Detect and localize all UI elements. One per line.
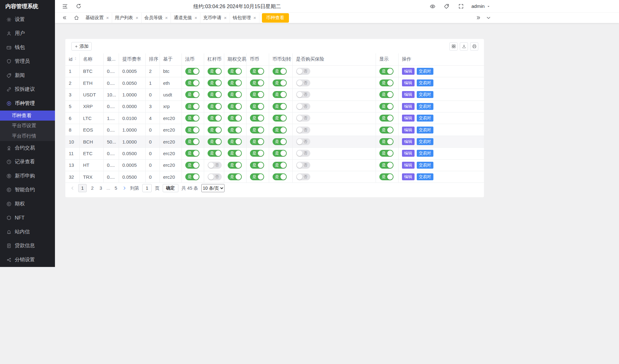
- pair-button[interactable]: 交易对: [417, 173, 433, 180]
- edit-button[interactable]: 编辑: [402, 150, 415, 157]
- sidebar-item-users[interactable]: 用户: [0, 27, 55, 41]
- toggle-transfer[interactable]: 是: [273, 115, 287, 122]
- edit-button[interactable]: 编辑: [402, 173, 415, 180]
- toggle-fiat[interactable]: 是: [185, 150, 199, 157]
- toggle-transfer[interactable]: 是: [273, 91, 287, 98]
- sidebar-item-loan-info[interactable]: 贷款信息: [0, 239, 55, 253]
- toggle-insurance[interactable]: 否: [296, 162, 310, 169]
- sidebar-subitem-platform-coin-settings[interactable]: 平台币设置: [0, 121, 55, 131]
- sidebar-item-settings[interactable]: 设置: [0, 13, 55, 27]
- edit-button[interactable]: 编辑: [402, 115, 415, 122]
- toggle-lever[interactable]: 是: [208, 79, 222, 86]
- toggle-option[interactable]: 是: [228, 115, 242, 122]
- sidebar-item-coin-manage[interactable]: 币种管理: [0, 96, 55, 111]
- toggle-coin[interactable]: 是: [250, 68, 264, 75]
- edit-button[interactable]: 编辑: [402, 138, 415, 145]
- toggle-fiat[interactable]: 是: [185, 68, 199, 75]
- toggle-insurance[interactable]: 否: [296, 68, 310, 75]
- toggle-fiat[interactable]: 是: [185, 79, 199, 86]
- toggle-option[interactable]: 是: [228, 79, 242, 86]
- sidebar-item-contract-trade[interactable]: 合约交易: [0, 141, 55, 155]
- tag-icon[interactable]: [444, 3, 449, 9]
- sidebar-item-new-coin-subscribe[interactable]: 新币申购: [0, 169, 55, 183]
- refresh-icon[interactable]: [76, 3, 82, 9]
- close-icon[interactable]: ×: [194, 15, 197, 20]
- toggle-coin[interactable]: 是: [250, 115, 264, 122]
- toggle-transfer[interactable]: 是: [273, 173, 287, 180]
- page-3[interactable]: 3: [98, 184, 104, 192]
- tabs-menu-icon[interactable]: [486, 15, 491, 20]
- toggle-lever[interactable]: 是: [208, 127, 222, 133]
- toggle-option[interactable]: 是: [228, 173, 242, 180]
- pair-button[interactable]: 交易对: [417, 138, 433, 145]
- toggle-insurance[interactable]: 否: [296, 103, 310, 110]
- edit-button[interactable]: 编辑: [402, 127, 415, 133]
- toggle-lever[interactable]: 否: [208, 173, 222, 180]
- menu-fold-icon[interactable]: [62, 3, 68, 9]
- toggle-fiat[interactable]: 是: [185, 115, 199, 122]
- close-icon[interactable]: ×: [136, 15, 138, 20]
- pair-button[interactable]: 交易对: [417, 162, 433, 169]
- toggle-lever[interactable]: 是: [208, 68, 222, 75]
- tab-deposit-apply[interactable]: 充币申请×: [200, 13, 230, 23]
- toggle-insurance[interactable]: 否: [296, 79, 310, 86]
- toggle-show[interactable]: 是: [379, 103, 394, 110]
- toggle-option[interactable]: 是: [228, 103, 242, 110]
- tab-basic-settings[interactable]: 基础设置×: [83, 13, 112, 23]
- edit-button[interactable]: 编辑: [402, 162, 415, 169]
- prev-page-icon[interactable]: [70, 186, 75, 191]
- toggle-transfer[interactable]: 是: [273, 150, 287, 157]
- confirm-button[interactable]: 确定: [163, 184, 178, 192]
- toggle-option[interactable]: 是: [228, 162, 242, 169]
- toggle-coin[interactable]: 是: [250, 91, 264, 98]
- edit-button[interactable]: 编辑: [402, 91, 415, 98]
- toggle-lever[interactable]: 是: [208, 150, 222, 157]
- goto-page-input[interactable]: [142, 184, 152, 192]
- pair-button[interactable]: 交易对: [417, 150, 433, 157]
- tab-user-list[interactable]: 用户列表×: [112, 13, 142, 23]
- sidebar-item-feedback[interactable]: 投拆建议: [0, 83, 55, 97]
- toggle-insurance[interactable]: 否: [296, 138, 310, 145]
- toggle-coin[interactable]: 是: [250, 150, 264, 157]
- pair-button[interactable]: 交易对: [417, 68, 433, 75]
- toggle-show[interactable]: 是: [379, 115, 394, 122]
- tab-coin-view[interactable]: 币种查看: [262, 13, 289, 23]
- page-size-select[interactable]: 10 条/页: [201, 184, 225, 192]
- page-5[interactable]: 5: [113, 184, 119, 192]
- sidebar-item-options[interactable]: 期权: [0, 197, 55, 211]
- toggle-lever[interactable]: 是: [208, 91, 222, 98]
- toggle-show[interactable]: 是: [379, 138, 394, 145]
- toggle-show[interactable]: 是: [379, 162, 394, 169]
- toggle-show[interactable]: 是: [379, 68, 394, 75]
- home-icon[interactable]: [74, 15, 79, 20]
- toggle-fiat[interactable]: 是: [185, 138, 199, 145]
- eye-icon[interactable]: [430, 3, 436, 9]
- toggle-fiat[interactable]: 是: [185, 103, 199, 110]
- pair-button[interactable]: 交易对: [417, 115, 433, 122]
- toggle-option[interactable]: 是: [228, 138, 242, 145]
- sidebar-item-wallet[interactable]: 钱包: [0, 41, 55, 55]
- toggle-lever[interactable]: 否: [208, 162, 222, 169]
- print-button[interactable]: [470, 42, 478, 51]
- pair-button[interactable]: 交易对: [417, 103, 433, 110]
- toggle-lever[interactable]: 是: [208, 115, 222, 122]
- toggle-coin[interactable]: 是: [250, 173, 264, 180]
- toggle-coin[interactable]: 是: [250, 127, 264, 133]
- tab-channel-recharge[interactable]: 通道充值×: [171, 13, 200, 23]
- toggle-fiat[interactable]: 是: [185, 173, 199, 180]
- close-icon[interactable]: ×: [106, 15, 109, 20]
- toggle-insurance[interactable]: 否: [296, 115, 310, 122]
- close-icon[interactable]: ×: [253, 15, 256, 20]
- tabs-scroll-right-icon[interactable]: [476, 15, 481, 20]
- toggle-transfer[interactable]: 是: [273, 103, 287, 110]
- toggle-option[interactable]: 是: [228, 127, 242, 133]
- sidebar-item-nft[interactable]: NFT: [0, 211, 55, 225]
- toggle-transfer[interactable]: 是: [273, 162, 287, 169]
- toggle-option[interactable]: 是: [228, 150, 242, 157]
- toggle-coin[interactable]: 是: [250, 162, 264, 169]
- edit-button[interactable]: 编辑: [402, 103, 415, 110]
- page-2[interactable]: 2: [90, 184, 95, 192]
- toggle-insurance[interactable]: 否: [296, 150, 310, 157]
- toggle-coin[interactable]: 是: [250, 138, 264, 145]
- toggle-fiat[interactable]: 是: [185, 127, 199, 133]
